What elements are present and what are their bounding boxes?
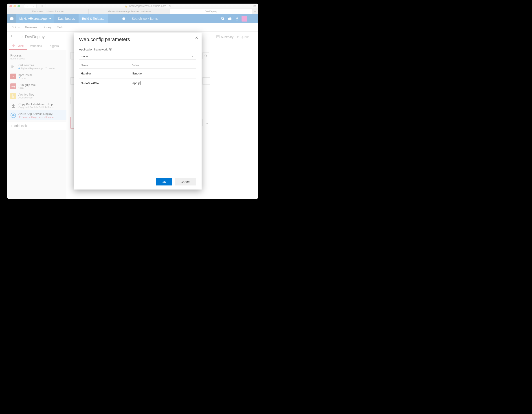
ok-button[interactable]: OK: [156, 178, 172, 185]
chevron-down-icon: [191, 55, 194, 58]
table-row[interactable]: NodeStartFile app.js: [79, 79, 196, 88]
framework-label: Application framework ⓘ: [79, 47, 196, 51]
close-icon[interactable]: ✕: [195, 36, 198, 40]
webconfig-modal: ✕ Web.config parameters Application fram…: [74, 33, 202, 190]
col-name: Name: [81, 64, 133, 67]
info-icon[interactable]: ⓘ: [109, 47, 112, 51]
framework-select[interactable]: node: [79, 53, 196, 59]
browser-window: ‹ › 🔒 bradymgaster.visualstudio.com ⟳ ⤴ …: [7, 4, 258, 199]
table-row[interactable]: Handler iisnode: [79, 69, 196, 79]
col-value: Value: [133, 64, 194, 67]
cancel-button[interactable]: Cancel: [175, 178, 196, 185]
param-value: iisnode: [133, 72, 194, 75]
param-value-input[interactable]: app.js: [133, 79, 194, 88]
param-name: Handler: [81, 72, 133, 75]
params-table: Name Value Handler iisnode NodeStartFile…: [79, 63, 196, 88]
modal-title: Web.config parameters: [79, 37, 196, 42]
param-name: NodeStartFile: [81, 82, 133, 85]
